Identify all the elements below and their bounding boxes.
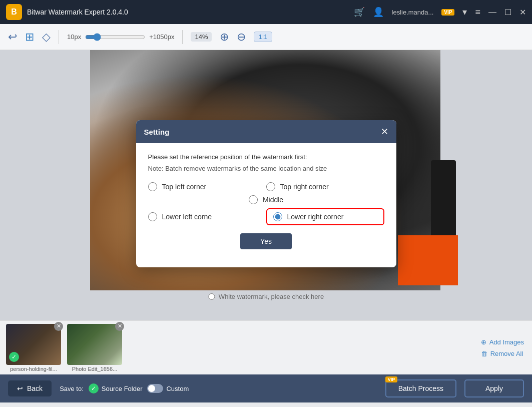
source-folder-option: ✓ Source Folder — [89, 383, 143, 393]
back-arrow-icon: ↩ — [17, 384, 23, 392]
dialog-text2: Note: Batch remove watermarks of the sam… — [148, 165, 384, 172]
yes-button[interactable]: Yes — [240, 233, 292, 249]
thumbnail-2-col: ✕ Photo Edit_1656... — [67, 324, 122, 372]
username[interactable]: leslie.manda... — [392, 9, 434, 16]
radio-lower-left[interactable]: Lower left corne — [148, 212, 266, 221]
zoom-in-button[interactable]: ⊕ — [220, 31, 229, 44]
thumbnail-actions: ⊕ Add Images 🗑 Remove All — [481, 338, 524, 357]
batch-vip-badge: VIP — [385, 376, 398, 382]
toolbar-divider2 — [182, 30, 183, 44]
back-button[interactable]: ↩ Back — [8, 380, 52, 396]
thumbnail-2-image — [67, 324, 122, 365]
user-icon[interactable]: 👤 — [373, 7, 384, 18]
thumbnail-1-close[interactable]: ✕ — [54, 322, 63, 331]
vip-badge: VIP — [441, 9, 454, 16]
app-title: Bitwar Watermark Expert 2.0.4.0 — [27, 8, 354, 16]
radio-top-right[interactable]: Top right corner — [266, 182, 384, 191]
diamond-button[interactable]: ◇ — [42, 31, 51, 44]
save-to-section: Save to: ✓ Source Folder Custom — [60, 383, 189, 393]
thumbnail-1: ✕ ✓ — [6, 324, 61, 365]
batch-process-button[interactable]: VIP Batch Process — [385, 379, 456, 397]
close-button[interactable]: ✕ — [519, 8, 526, 17]
thumbnail-2: ✕ — [67, 324, 122, 365]
thumbnail-1-checkmark: ✓ — [9, 352, 19, 362]
zoom-1to1-button[interactable]: 1:1 — [254, 32, 272, 42]
source-folder-check: ✓ — [89, 383, 99, 393]
radio-middle[interactable]: Middle — [249, 195, 283, 204]
remove-all-button[interactable]: 🗑 Remove All — [481, 350, 524, 357]
size-max-label: +1050px — [149, 33, 174, 41]
dialog-close-button[interactable]: ✕ — [381, 126, 388, 137]
bottom-bar: ↩ Back Save to: ✓ Source Folder Custom V… — [0, 374, 532, 402]
dialog-overlay: Setting ✕ Please set the reference posit… — [0, 50, 532, 320]
add-images-button[interactable]: ⊕ Add Images — [481, 338, 524, 346]
thumbnail-1-col: ✕ ✓ person-holding-fil... — [6, 324, 61, 372]
source-folder-label: Source Folder — [102, 385, 143, 392]
custom-option: Custom — [147, 384, 189, 393]
custom-toggle[interactable] — [147, 384, 163, 393]
zoom-out-button[interactable]: ⊖ — [237, 31, 246, 44]
dialog-body: Please set the reference position of the… — [136, 143, 396, 267]
size-min-label: 10px — [67, 33, 81, 41]
size-control: 10px +1050px — [67, 33, 174, 41]
cart-icon[interactable]: 🛒 — [354, 7, 365, 18]
radio-input-top-left[interactable] — [148, 182, 157, 191]
hamburger-icon[interactable]: ≡ — [475, 7, 480, 18]
radio-middle-row: Middle — [148, 195, 384, 204]
main-canvas: White watermark, please check here Setti… — [0, 50, 532, 320]
thumbnail-2-label: Photo Edit_1656... — [67, 366, 122, 372]
toolbar-divider — [59, 30, 59, 44]
plus-icon: ⊕ — [481, 338, 486, 346]
thumbnail-2-close[interactable]: ✕ — [115, 322, 124, 331]
crop-button[interactable]: ⊞ — [25, 31, 34, 44]
apply-button[interactable]: Apply — [464, 379, 524, 397]
chevron-down-icon[interactable]: ▾ — [462, 7, 467, 18]
dialog-text1: Please set the reference position of the… — [148, 153, 384, 161]
radio-top-left[interactable]: Top left corner — [148, 182, 266, 191]
radio-input-top-right[interactable] — [266, 182, 275, 191]
radio-input-middle[interactable] — [249, 195, 258, 204]
custom-label: Custom — [166, 385, 189, 392]
size-slider[interactable] — [85, 33, 145, 41]
minimize-button[interactable]: — — [488, 8, 496, 17]
toolbar: ↩ ⊞ ◇ 10px +1050px 14% ⊕ ⊖ 1:1 — [0, 24, 532, 50]
radio-input-lower-right[interactable] — [273, 212, 282, 221]
thumbnail-strip: ✕ ✓ person-holding-fil... ✕ Photo Edit_1… — [0, 320, 532, 374]
toggle-knob — [148, 385, 155, 392]
dialog-footer: Yes — [148, 233, 384, 257]
setting-dialog: Setting ✕ Please set the reference posit… — [136, 120, 396, 267]
radio-lower-right[interactable]: Lower right corner — [273, 212, 344, 221]
dialog-title: Setting — [144, 128, 170, 136]
titlebar: B Bitwar Watermark Expert 2.0.4.0 🛒 👤 le… — [0, 0, 532, 24]
thumbnail-1-label: person-holding-fil... — [6, 366, 61, 372]
radio-lower-right-highlighted: Lower right corner — [266, 208, 384, 225]
trash-icon: 🗑 — [481, 350, 487, 357]
back-toolbar-button[interactable]: ↩ — [8, 31, 17, 44]
zoom-percent: 14% — [191, 32, 212, 42]
titlebar-icons: 🛒 👤 leslie.manda... VIP ▾ ≡ — ☐ ✕ — [354, 7, 526, 18]
dialog-header: Setting ✕ — [136, 120, 396, 143]
radio-input-lower-left[interactable] — [148, 212, 157, 221]
maximize-button[interactable]: ☐ — [504, 8, 511, 17]
save-to-label: Save to: — [60, 385, 84, 392]
app-logo: B — [6, 4, 22, 20]
